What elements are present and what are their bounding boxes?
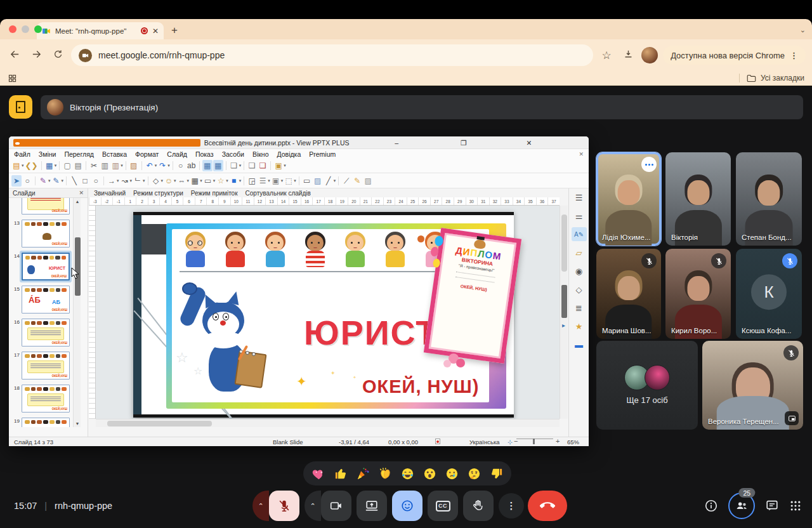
menu-Вікно[interactable]: Вікно [252,150,269,158]
zoom-slider[interactable] [516,439,553,440]
participant-tile[interactable]: Вероника Терещен... [702,341,803,430]
open-icon[interactable]: ❮❯ [25,160,39,171]
slide-thumb-image[interactable]: ОКЕЙ,НУШ [22,385,70,412]
chrome-menu-icon[interactable]: ⋮ [790,51,798,60]
meet-home-icon[interactable] [9,95,32,119]
back-button[interactable] [6,49,23,62]
display-views-icon[interactable]: ❏ [229,160,239,171]
slide-thumb-18[interactable]: 18ОКЕЙ,НУШ [9,385,70,412]
shadow-icon[interactable]: ▭ [302,175,312,187]
tile-options-button[interactable] [641,157,657,172]
status-language[interactable]: Українська [469,439,500,446]
impress-close-button[interactable]: ✕ [526,139,582,147]
shapes-icon[interactable]: ◇ [572,282,587,296]
glue-points-icon[interactable]: ⟋ [341,175,351,187]
find-icon[interactable]: ○ [176,160,186,171]
dropdown-arrow-icon[interactable]: ▾ [161,178,164,183]
chat-icon[interactable] [765,499,779,513]
close-window-button[interactable] [9,25,16,33]
dropdown-arrow-icon[interactable]: ▾ [143,178,145,183]
block-arrows-icon[interactable]: ⇔ [177,175,187,187]
document-close-icon[interactable]: ✕ [579,151,584,157]
participant-tile[interactable]: Ще 17 осіб [596,341,698,430]
captions-button[interactable]: CC [428,491,458,521]
rotate-icon[interactable]: ◲ [247,175,257,187]
all-bookmarks-label[interactable]: Усі закладки [761,74,804,82]
menu-Файл[interactable]: Файл [14,150,30,158]
3d-objects-icon[interactable]: ■ [229,175,239,187]
animation-icon[interactable]: ≣ [572,301,587,315]
impress-restore-button[interactable]: ❐ [461,139,516,147]
export-pdf-icon[interactable]: ▢ [62,160,72,171]
picture-in-picture-icon[interactable] [785,411,799,425]
participant-tile[interactable]: Вікторія [665,152,731,246]
dropdown-arrow-icon[interactable]: ▾ [213,178,216,183]
align-icon[interactable]: ☰ [258,175,268,187]
slide-thumb-image[interactable]: ОКЕЙ,НУШ [22,352,70,380]
connector-icon[interactable]: ᄂ [133,175,143,187]
reaction-astonished[interactable] [422,466,437,481]
effects-icon[interactable]: ★ [572,319,587,333]
symbol-shapes-icon[interactable]: ☺ [164,175,174,187]
master-slide-icon[interactable]: ▣ [273,160,284,171]
toggle-ext-icon[interactable]: ▨ [313,175,323,187]
dropdown-arrow-icon[interactable]: ▾ [155,163,157,168]
menu-Зміни[interactable]: Зміни [39,150,56,158]
view-tab-Режим приміток[interactable]: Режим приміток [191,190,238,197]
new-document-icon[interactable]: ▤ [11,160,22,171]
tab-strip-chevron-icon[interactable]: ⌄ [800,26,806,39]
arrange-icon[interactable]: ▣ [271,175,281,187]
basic-shapes-icon[interactable]: ◇ [151,175,161,187]
raise-hand-button[interactable] [463,491,494,521]
reaction-sparkling-heart[interactable] [311,466,326,481]
copy-icon[interactable]: ▥ [100,160,110,171]
distribute-icon[interactable]: ⬚ [284,175,294,187]
reaction-thumbs-up[interactable] [333,466,348,481]
zoom-fit-icon[interactable]: ⊹ [508,439,513,446]
ellipse-icon[interactable]: ○ [91,175,101,187]
gallery-icon[interactable]: ▱ [572,246,587,260]
end-call-button[interactable] [528,491,567,521]
mic-options-button[interactable]: ⌃ [252,491,269,521]
slide-thumb-image[interactable]: ОКЕЙ,НУШ [22,418,70,427]
dropdown-arrow-icon[interactable]: ▾ [281,178,284,183]
slide-thumb-16[interactable]: 16ОКЕЙ,НУШ [9,319,70,346]
dropdown-arrow-icon[interactable]: ▾ [22,163,24,168]
menu-Засоби[interactable]: Засоби [222,150,244,158]
insert-line-icon[interactable]: ╲ [69,175,79,187]
presentation-banner[interactable]: Вікторія (Презентація) [41,95,803,119]
curve-icon[interactable]: ↝ [120,175,130,187]
slide-thumb-19[interactable]: 19ОКЕЙ,НУШ [9,418,70,427]
menu-Premium[interactable]: Premium [309,150,336,158]
menu-Слайд[interactable]: Слайд [167,150,187,158]
slide-thumb-image[interactable]: ЮРИСТОКЕЙ,НУШ [22,253,70,280]
slide-thumb-14[interactable]: 14ЮРИСТОКЕЙ,НУШ [9,253,70,280]
menu-Довідка[interactable]: Довідка [277,150,301,158]
camera-button[interactable] [321,491,351,521]
line-style-icon[interactable]: ╱ [324,175,334,187]
select-icon[interactable]: ➤ [11,175,22,187]
slide-thumb-image[interactable]: А́БАБОКЕЙ,НУШ [22,286,70,314]
reaction-thinking[interactable] [466,466,481,481]
dropdown-arrow-icon[interactable]: ▾ [200,178,202,183]
participant-tile[interactable]: Кирил Воро... [665,249,731,339]
dropdown-arrow-icon[interactable]: ▾ [268,178,270,183]
dropdown-arrow-icon[interactable]: ▾ [239,163,242,168]
present-screen-button[interactable] [357,491,387,521]
pane-splitter-icon[interactable]: ▸ [562,322,565,329]
sidebar-menu-icon[interactable]: ☰ [572,190,587,204]
apps-grid-icon[interactable] [8,74,17,83]
properties-icon[interactable]: ⚌ [572,209,587,223]
fill-color-icon[interactable]: ✎ [51,175,62,187]
forward-button[interactable] [28,49,44,62]
profile-avatar[interactable] [641,47,658,63]
cut-icon[interactable]: ✂ [89,160,99,171]
master-slides-icon[interactable]: ▬ [572,338,587,352]
line-color-icon[interactable]: ✎ [38,175,48,187]
download-icon[interactable] [620,49,636,62]
browser-tab[interactable]: Meet: "rnh-qmup-ppe" ✕ [37,22,164,39]
rectangle-icon[interactable]: □ [80,175,90,187]
activities-grid-icon[interactable] [789,499,802,512]
participant-tile[interactable]: Марина Шов... [596,249,661,339]
dropdown-arrow-icon[interactable]: ▾ [62,178,64,183]
